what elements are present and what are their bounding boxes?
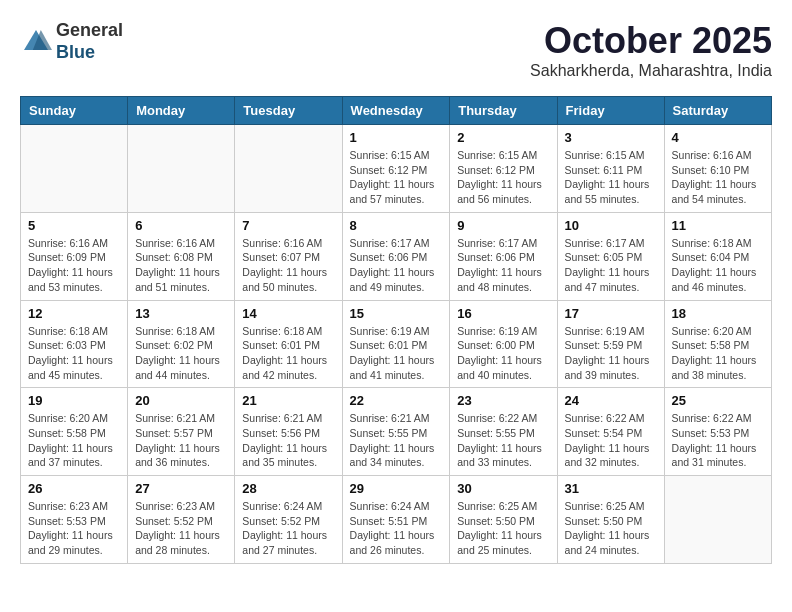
logo-text: General Blue: [56, 20, 123, 63]
day-number: 24: [565, 393, 657, 408]
weekday-header-saturday: Saturday: [664, 97, 771, 125]
calendar-cell: 29Sunrise: 6:24 AMSunset: 5:51 PMDayligh…: [342, 476, 450, 564]
calendar-cell: 28Sunrise: 6:24 AMSunset: 5:52 PMDayligh…: [235, 476, 342, 564]
location: Sakharkherda, Maharashtra, India: [530, 62, 772, 80]
week-row-1: 1Sunrise: 6:15 AMSunset: 6:12 PMDaylight…: [21, 125, 772, 213]
calendar-cell: 24Sunrise: 6:22 AMSunset: 5:54 PMDayligh…: [557, 388, 664, 476]
calendar-cell: 15Sunrise: 6:19 AMSunset: 6:01 PMDayligh…: [342, 300, 450, 388]
day-info: Sunrise: 6:19 AMSunset: 6:00 PMDaylight:…: [457, 324, 549, 383]
day-info: Sunrise: 6:20 AMSunset: 5:58 PMDaylight:…: [28, 411, 120, 470]
day-info: Sunrise: 6:20 AMSunset: 5:58 PMDaylight:…: [672, 324, 764, 383]
calendar-cell: [128, 125, 235, 213]
page-header: General Blue October 2025 Sakharkherda, …: [20, 20, 772, 80]
day-number: 3: [565, 130, 657, 145]
calendar-cell: 4Sunrise: 6:16 AMSunset: 6:10 PMDaylight…: [664, 125, 771, 213]
day-info: Sunrise: 6:16 AMSunset: 6:07 PMDaylight:…: [242, 236, 334, 295]
calendar-cell: 16Sunrise: 6:19 AMSunset: 6:00 PMDayligh…: [450, 300, 557, 388]
day-info: Sunrise: 6:17 AMSunset: 6:06 PMDaylight:…: [457, 236, 549, 295]
day-info: Sunrise: 6:18 AMSunset: 6:02 PMDaylight:…: [135, 324, 227, 383]
day-number: 6: [135, 218, 227, 233]
calendar-cell: 13Sunrise: 6:18 AMSunset: 6:02 PMDayligh…: [128, 300, 235, 388]
calendar-cell: 22Sunrise: 6:21 AMSunset: 5:55 PMDayligh…: [342, 388, 450, 476]
day-info: Sunrise: 6:24 AMSunset: 5:52 PMDaylight:…: [242, 499, 334, 558]
day-number: 30: [457, 481, 549, 496]
day-number: 12: [28, 306, 120, 321]
day-info: Sunrise: 6:21 AMSunset: 5:55 PMDaylight:…: [350, 411, 443, 470]
day-info: Sunrise: 6:17 AMSunset: 6:05 PMDaylight:…: [565, 236, 657, 295]
calendar-cell: 19Sunrise: 6:20 AMSunset: 5:58 PMDayligh…: [21, 388, 128, 476]
day-number: 19: [28, 393, 120, 408]
day-info: Sunrise: 6:19 AMSunset: 6:01 PMDaylight:…: [350, 324, 443, 383]
calendar-cell: 30Sunrise: 6:25 AMSunset: 5:50 PMDayligh…: [450, 476, 557, 564]
day-number: 11: [672, 218, 764, 233]
calendar-cell: [21, 125, 128, 213]
day-number: 28: [242, 481, 334, 496]
calendar-cell: 26Sunrise: 6:23 AMSunset: 5:53 PMDayligh…: [21, 476, 128, 564]
day-info: Sunrise: 6:18 AMSunset: 6:01 PMDaylight:…: [242, 324, 334, 383]
day-info: Sunrise: 6:25 AMSunset: 5:50 PMDaylight:…: [457, 499, 549, 558]
day-number: 27: [135, 481, 227, 496]
day-number: 17: [565, 306, 657, 321]
day-number: 5: [28, 218, 120, 233]
week-row-2: 5Sunrise: 6:16 AMSunset: 6:09 PMDaylight…: [21, 212, 772, 300]
day-number: 10: [565, 218, 657, 233]
week-row-3: 12Sunrise: 6:18 AMSunset: 6:03 PMDayligh…: [21, 300, 772, 388]
day-info: Sunrise: 6:23 AMSunset: 5:53 PMDaylight:…: [28, 499, 120, 558]
day-number: 2: [457, 130, 549, 145]
day-number: 26: [28, 481, 120, 496]
calendar-cell: 23Sunrise: 6:22 AMSunset: 5:55 PMDayligh…: [450, 388, 557, 476]
weekday-header-tuesday: Tuesday: [235, 97, 342, 125]
day-number: 16: [457, 306, 549, 321]
calendar-cell: 10Sunrise: 6:17 AMSunset: 6:05 PMDayligh…: [557, 212, 664, 300]
calendar-cell: 17Sunrise: 6:19 AMSunset: 5:59 PMDayligh…: [557, 300, 664, 388]
day-info: Sunrise: 6:18 AMSunset: 6:03 PMDaylight:…: [28, 324, 120, 383]
day-info: Sunrise: 6:23 AMSunset: 5:52 PMDaylight:…: [135, 499, 227, 558]
day-info: Sunrise: 6:25 AMSunset: 5:50 PMDaylight:…: [565, 499, 657, 558]
day-info: Sunrise: 6:21 AMSunset: 5:56 PMDaylight:…: [242, 411, 334, 470]
day-info: Sunrise: 6:22 AMSunset: 5:54 PMDaylight:…: [565, 411, 657, 470]
day-number: 22: [350, 393, 443, 408]
day-info: Sunrise: 6:15 AMSunset: 6:11 PMDaylight:…: [565, 148, 657, 207]
title-block: October 2025 Sakharkherda, Maharashtra, …: [530, 20, 772, 80]
calendar-cell: 3Sunrise: 6:15 AMSunset: 6:11 PMDaylight…: [557, 125, 664, 213]
day-info: Sunrise: 6:22 AMSunset: 5:55 PMDaylight:…: [457, 411, 549, 470]
day-number: 4: [672, 130, 764, 145]
day-info: Sunrise: 6:21 AMSunset: 5:57 PMDaylight:…: [135, 411, 227, 470]
day-number: 21: [242, 393, 334, 408]
logo: General Blue: [20, 20, 123, 63]
calendar-cell: 5Sunrise: 6:16 AMSunset: 6:09 PMDaylight…: [21, 212, 128, 300]
day-info: Sunrise: 6:19 AMSunset: 5:59 PMDaylight:…: [565, 324, 657, 383]
weekday-header-wednesday: Wednesday: [342, 97, 450, 125]
calendar-cell: [235, 125, 342, 213]
day-info: Sunrise: 6:22 AMSunset: 5:53 PMDaylight:…: [672, 411, 764, 470]
weekday-header-sunday: Sunday: [21, 97, 128, 125]
day-number: 29: [350, 481, 443, 496]
calendar-cell: 1Sunrise: 6:15 AMSunset: 6:12 PMDaylight…: [342, 125, 450, 213]
month-title: October 2025: [530, 20, 772, 62]
calendar-cell: 18Sunrise: 6:20 AMSunset: 5:58 PMDayligh…: [664, 300, 771, 388]
day-number: 7: [242, 218, 334, 233]
calendar-cell: 11Sunrise: 6:18 AMSunset: 6:04 PMDayligh…: [664, 212, 771, 300]
calendar-cell: 27Sunrise: 6:23 AMSunset: 5:52 PMDayligh…: [128, 476, 235, 564]
calendar-cell: 31Sunrise: 6:25 AMSunset: 5:50 PMDayligh…: [557, 476, 664, 564]
day-number: 1: [350, 130, 443, 145]
day-number: 15: [350, 306, 443, 321]
weekday-header-monday: Monday: [128, 97, 235, 125]
day-info: Sunrise: 6:15 AMSunset: 6:12 PMDaylight:…: [350, 148, 443, 207]
calendar-cell: 8Sunrise: 6:17 AMSunset: 6:06 PMDaylight…: [342, 212, 450, 300]
weekday-header-row: SundayMondayTuesdayWednesdayThursdayFrid…: [21, 97, 772, 125]
day-number: 18: [672, 306, 764, 321]
logo-icon: [20, 26, 52, 58]
calendar-table: SundayMondayTuesdayWednesdayThursdayFrid…: [20, 96, 772, 564]
day-number: 13: [135, 306, 227, 321]
day-info: Sunrise: 6:15 AMSunset: 6:12 PMDaylight:…: [457, 148, 549, 207]
calendar-cell: 21Sunrise: 6:21 AMSunset: 5:56 PMDayligh…: [235, 388, 342, 476]
calendar-cell: 14Sunrise: 6:18 AMSunset: 6:01 PMDayligh…: [235, 300, 342, 388]
calendar-cell: 6Sunrise: 6:16 AMSunset: 6:08 PMDaylight…: [128, 212, 235, 300]
day-number: 23: [457, 393, 549, 408]
calendar-cell: 9Sunrise: 6:17 AMSunset: 6:06 PMDaylight…: [450, 212, 557, 300]
day-number: 31: [565, 481, 657, 496]
calendar-cell: 25Sunrise: 6:22 AMSunset: 5:53 PMDayligh…: [664, 388, 771, 476]
calendar-cell: [664, 476, 771, 564]
week-row-4: 19Sunrise: 6:20 AMSunset: 5:58 PMDayligh…: [21, 388, 772, 476]
